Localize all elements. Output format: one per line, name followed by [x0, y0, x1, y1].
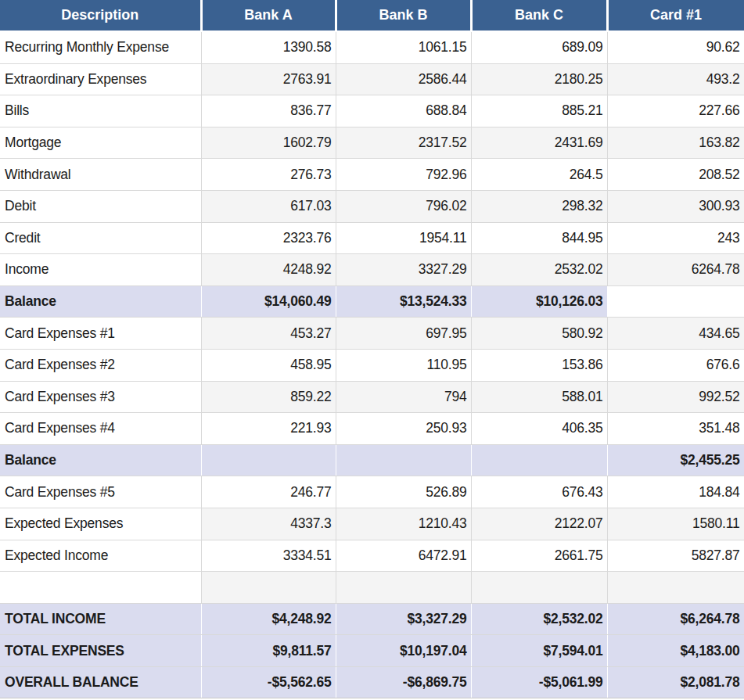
cell-value[interactable]: 617.03	[201, 190, 336, 222]
cell-description[interactable]: Card Expenses #5	[0, 476, 201, 508]
cell-value[interactable]: 1602.79	[201, 127, 336, 159]
cell-description[interactable]	[0, 572, 201, 604]
cell-value[interactable]: 4248.92	[201, 254, 336, 286]
cell-description[interactable]: Card Expenses #4	[0, 413, 201, 445]
cell-value[interactable]: 1390.58	[201, 31, 336, 63]
cell-value[interactable]: 406.35	[471, 413, 607, 445]
cell-value[interactable]	[607, 572, 744, 604]
cell-value[interactable]: 796.02	[336, 190, 471, 222]
cell-value[interactable]: 689.09	[471, 31, 607, 63]
column-header-description[interactable]: Description	[0, 0, 201, 31]
cell-value[interactable]: $4,183.00	[607, 635, 744, 667]
cell-value[interactable]	[471, 444, 607, 476]
cell-value[interactable]: 676.6	[607, 349, 744, 381]
cell-value[interactable]: 163.82	[607, 127, 744, 159]
cell-value[interactable]: 3327.29	[336, 254, 471, 286]
cell-value[interactable]: 110.95	[336, 349, 471, 381]
cell-value[interactable]: 250.93	[336, 413, 471, 445]
cell-value[interactable]	[336, 444, 471, 476]
cell-value[interactable]: 453.27	[201, 318, 336, 350]
column-header-bank-c[interactable]: Bank C	[471, 0, 607, 31]
cell-value[interactable]: 859.22	[201, 381, 336, 413]
cell-description[interactable]: Balance	[0, 444, 201, 476]
cell-value[interactable]: 697.95	[336, 318, 471, 350]
cell-value[interactable]: 208.52	[607, 159, 744, 191]
cell-value[interactable]: 2431.69	[471, 127, 607, 159]
cell-description[interactable]: OVERALL BALANCE	[0, 666, 201, 698]
cell-description[interactable]: TOTAL EXPENSES	[0, 635, 201, 667]
cell-description[interactable]: Card Expenses #3	[0, 381, 201, 413]
cell-value[interactable]: 2317.52	[336, 127, 471, 159]
cell-value[interactable]	[201, 444, 336, 476]
cell-value[interactable]: 794	[336, 381, 471, 413]
cell-value[interactable]: $9,811.57	[201, 635, 336, 667]
cell-description[interactable]: Extraordinary Expenses	[0, 63, 201, 95]
cell-value[interactable]: $2,455.25	[607, 444, 744, 476]
cell-value[interactable]: 792.96	[336, 159, 471, 191]
cell-value[interactable]: $2,532.02	[471, 603, 607, 635]
cell-description[interactable]: Withdrawal	[0, 159, 201, 191]
cell-value[interactable]: 1210.43	[336, 508, 471, 540]
cell-value[interactable]: 1061.15	[336, 31, 471, 63]
cell-description[interactable]: Recurring Monthly Expense	[0, 31, 201, 63]
cell-value[interactable]: 836.77	[201, 95, 336, 127]
cell-value[interactable]: 2661.75	[471, 540, 607, 572]
cell-value[interactable]: 2586.44	[336, 63, 471, 95]
cell-value[interactable]: $6,264.78	[607, 603, 744, 635]
cell-value[interactable]	[607, 285, 744, 318]
cell-value[interactable]: 264.5	[471, 159, 607, 191]
cell-value[interactable]: 153.86	[471, 349, 607, 381]
cell-value[interactable]	[201, 572, 336, 604]
cell-value[interactable]: 688.84	[336, 95, 471, 127]
cell-value[interactable]: 5827.87	[607, 540, 744, 572]
cell-value[interactable]: $2,081.78	[607, 666, 744, 698]
cell-value[interactable]: $4,248.92	[201, 603, 336, 635]
cell-value[interactable]: 2532.02	[471, 254, 607, 286]
cell-description[interactable]: Expected Income	[0, 540, 201, 572]
cell-description[interactable]: Income	[0, 254, 201, 286]
column-header-card-1[interactable]: Card #1	[607, 0, 744, 31]
cell-value[interactable]: 276.73	[201, 159, 336, 191]
cell-value[interactable]: 227.66	[607, 95, 744, 127]
cell-value[interactable]: 298.32	[471, 190, 607, 222]
cell-value[interactable]: 992.52	[607, 381, 744, 413]
cell-value[interactable]: 184.84	[607, 476, 744, 508]
cell-value[interactable]: 1580.11	[607, 508, 744, 540]
cell-value[interactable]: 246.77	[201, 476, 336, 508]
cell-value[interactable]: -$5,061.99	[471, 666, 607, 698]
cell-value[interactable]: $14,060.49	[201, 285, 336, 318]
cell-value[interactable]: 844.95	[471, 222, 607, 254]
cell-description[interactable]: Card Expenses #1	[0, 318, 201, 350]
cell-value[interactable]	[336, 572, 471, 604]
cell-description[interactable]: Balance	[0, 285, 201, 318]
cell-value[interactable]: $10,197.04	[336, 635, 471, 667]
cell-value[interactable]: -$6,869.75	[336, 666, 471, 698]
cell-value[interactable]: $10,126.03	[471, 285, 607, 318]
cell-value[interactable]: 351.48	[607, 413, 744, 445]
cell-value[interactable]: $13,524.33	[336, 285, 471, 318]
cell-value[interactable]: 6472.91	[336, 540, 471, 572]
cell-value[interactable]: 243	[607, 222, 744, 254]
cell-description[interactable]: TOTAL INCOME	[0, 603, 201, 635]
cell-value[interactable]: 588.01	[471, 381, 607, 413]
cell-value[interactable]: 434.65	[607, 318, 744, 350]
column-header-bank-a[interactable]: Bank A	[201, 0, 336, 31]
cell-description[interactable]: Credit	[0, 222, 201, 254]
cell-value[interactable]: 2763.91	[201, 63, 336, 95]
cell-value[interactable]: 526.89	[336, 476, 471, 508]
cell-value[interactable]: -$5,562.65	[201, 666, 336, 698]
cell-value[interactable]	[471, 572, 607, 604]
cell-value[interactable]: 300.93	[607, 190, 744, 222]
cell-description[interactable]: Mortgage	[0, 127, 201, 159]
cell-value[interactable]: 3334.51	[201, 540, 336, 572]
cell-value[interactable]: 458.95	[201, 349, 336, 381]
cell-value[interactable]: 2122.07	[471, 508, 607, 540]
cell-value[interactable]: 4337.3	[201, 508, 336, 540]
cell-value[interactable]: 221.93	[201, 413, 336, 445]
cell-value[interactable]: 493.2	[607, 63, 744, 95]
cell-value[interactable]: 885.21	[471, 95, 607, 127]
cell-value[interactable]: $3,327.29	[336, 603, 471, 635]
cell-description[interactable]: Bills	[0, 95, 201, 127]
cell-description[interactable]: Debit	[0, 190, 201, 222]
cell-value[interactable]: 580.92	[471, 318, 607, 350]
